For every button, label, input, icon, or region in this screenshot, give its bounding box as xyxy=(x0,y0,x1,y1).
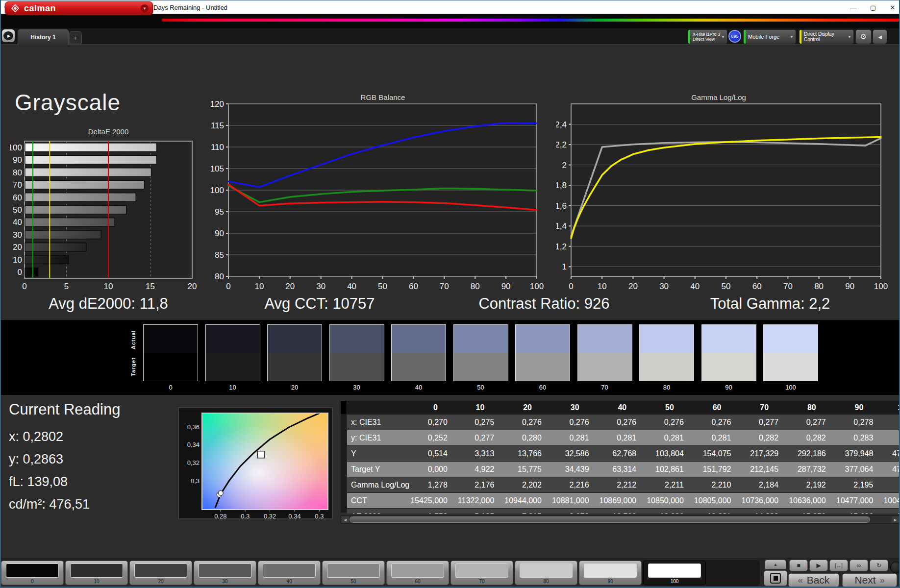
swatch-level-label: 20 xyxy=(267,384,322,391)
maximize-button[interactable]: ▢ xyxy=(869,4,877,11)
svg-text:1,6: 1,6 xyxy=(556,201,567,211)
svg-text:0,3: 0,3 xyxy=(315,513,324,518)
window-border-left xyxy=(0,0,1,588)
table-cell: 11322,000 xyxy=(457,493,504,509)
meter-dropdown[interactable]: X-Rite i1Pro 3 Direct View ▼ xyxy=(688,29,727,44)
row-label: ΔE 2000 xyxy=(347,509,410,514)
svg-text:80: 80 xyxy=(814,282,824,291)
deltae-bar-40 xyxy=(25,218,115,226)
patch-level-label: 60 xyxy=(387,579,449,584)
svg-text:100: 100 xyxy=(211,186,224,195)
svg-text:70: 70 xyxy=(13,180,22,190)
gamma-chart: 2,42,221,81,61,41,2101020304050607080901… xyxy=(556,96,900,297)
table-cell: 15,686 xyxy=(836,509,883,514)
scroll-right-arrow-icon[interactable]: ► xyxy=(892,516,899,523)
table-cell: 15,050 xyxy=(788,509,836,514)
table-row: Y0,5143,31313,76632,58662,768103,804154,… xyxy=(347,446,900,462)
patch-button-0[interactable]: 0 xyxy=(1,561,64,585)
actual-color xyxy=(702,325,756,353)
patch-button-30[interactable]: 30 xyxy=(194,561,256,585)
meter-count-badge[interactable]: 695 xyxy=(728,30,741,43)
patch-level-label: 30 xyxy=(194,579,256,584)
svg-text:90: 90 xyxy=(845,282,854,291)
measure-series-button[interactable]: [↔] xyxy=(829,560,848,571)
grayscale-swatch-30 xyxy=(329,324,384,381)
scroll-left-arrow-icon[interactable]: ◄ xyxy=(342,516,349,523)
collapse-panel-button[interactable]: ◀ xyxy=(873,29,887,44)
tab-scroll-button[interactable]: ▶ xyxy=(2,29,15,42)
close-button[interactable]: ✕ xyxy=(888,4,897,11)
svg-text:100: 100 xyxy=(530,282,544,291)
add-tab-button[interactable]: + xyxy=(69,31,82,44)
infinity-icon: ∞ xyxy=(857,562,861,569)
tab-history-1[interactable]: History 1 xyxy=(18,29,69,45)
grayscale-swatch-100 xyxy=(763,324,818,381)
patch-button-10[interactable]: 10 xyxy=(65,561,128,585)
table-cell: 14,228 xyxy=(741,509,788,514)
target-color xyxy=(392,353,446,381)
swatch-level-label: 100 xyxy=(763,384,818,391)
table-cell: 34,439 xyxy=(551,462,599,477)
settings-button[interactable]: ⚙ xyxy=(855,29,872,44)
chevron-down-icon: ▼ xyxy=(790,35,794,39)
grayscale-swatch-50 xyxy=(453,324,508,381)
grayscale-swatch-60 xyxy=(515,324,570,381)
table-cell: 0,276 xyxy=(646,415,694,430)
patch-button-60[interactable]: 60 xyxy=(386,561,449,585)
actual-color xyxy=(392,325,446,353)
deltae-bar-0 xyxy=(25,268,38,276)
svg-text:0: 0 xyxy=(22,282,26,291)
row-label: CCT xyxy=(347,493,410,509)
stop-measure-button[interactable]: ■ xyxy=(789,560,808,571)
deltae-bar-100 xyxy=(25,143,157,151)
table-cell: 7,315 xyxy=(504,509,551,514)
patch-button-50[interactable]: 50 xyxy=(322,561,385,585)
actual-color xyxy=(640,325,694,353)
swatch-level-label: 90 xyxy=(701,384,756,391)
scrollbar-thumb[interactable] xyxy=(350,516,870,523)
table-cell: 10869,000 xyxy=(599,493,647,509)
deltae-bar-70 xyxy=(25,180,144,189)
start-measure-button[interactable]: ▶ xyxy=(809,560,828,571)
patch-swatch xyxy=(520,564,573,578)
svg-text:10: 10 xyxy=(13,255,22,265)
table-cell: 2,176 xyxy=(457,477,504,493)
table-cell: 2,202 xyxy=(504,477,551,493)
swatch-level-label: 0 xyxy=(143,384,198,391)
back-button[interactable]: « Back xyxy=(788,573,839,587)
patch-swatch xyxy=(134,564,187,578)
gear-icon: ⚙ xyxy=(860,32,867,41)
table-cell: 2,212 xyxy=(599,477,647,493)
workflow-dropdown[interactable]: Direct Display Control ▼ xyxy=(799,29,854,44)
source-dropdown[interactable]: Mobile Forge ▼ xyxy=(743,29,796,44)
table-cell: 0,280 xyxy=(504,430,551,446)
cie-chart-panel: 0,360,340,320,30,280,30,320,340,3 xyxy=(178,407,333,519)
loop-measure-button[interactable]: ↻ xyxy=(870,560,888,571)
table-cell: 10944,000 xyxy=(504,493,551,509)
range-icon: [↔] xyxy=(835,563,843,568)
patch-button-100[interactable]: 100 xyxy=(643,561,706,585)
svg-text:2,2: 2,2 xyxy=(556,140,567,149)
patch-button-70[interactable]: 70 xyxy=(450,561,513,585)
svg-text:0: 0 xyxy=(18,268,22,277)
patch-button-90[interactable]: 90 xyxy=(579,561,642,585)
target-row-label: Target xyxy=(130,353,138,381)
reading-x: x: 0,2802 xyxy=(9,429,63,444)
continuous-measure-button[interactable]: ∞ xyxy=(850,560,868,571)
calman-menu-button[interactable]: calman ▼ xyxy=(5,1,153,15)
table-cell: 15425,000 xyxy=(410,493,457,509)
table-scrollbar[interactable]: ◄ ► xyxy=(341,515,900,524)
next-button[interactable]: Next » xyxy=(842,573,897,587)
target-color xyxy=(330,353,384,381)
patch-window-button[interactable] xyxy=(764,570,787,586)
swatch-level-label: 30 xyxy=(329,384,384,391)
patch-button-80[interactable]: 80 xyxy=(515,561,577,585)
patch-button-40[interactable]: 40 xyxy=(258,561,321,585)
patch-button-20[interactable]: 20 xyxy=(129,561,192,585)
svg-text:30: 30 xyxy=(659,282,669,291)
patch-window-up-button[interactable]: ▲ xyxy=(765,560,786,569)
swatch-level-label: 40 xyxy=(391,384,446,391)
minimize-button[interactable]: — xyxy=(849,4,858,11)
table-row: ΔE 20001,5535,1857,3159,07210,70212,0861… xyxy=(347,509,900,514)
table-cell: 0,277 xyxy=(788,415,836,430)
